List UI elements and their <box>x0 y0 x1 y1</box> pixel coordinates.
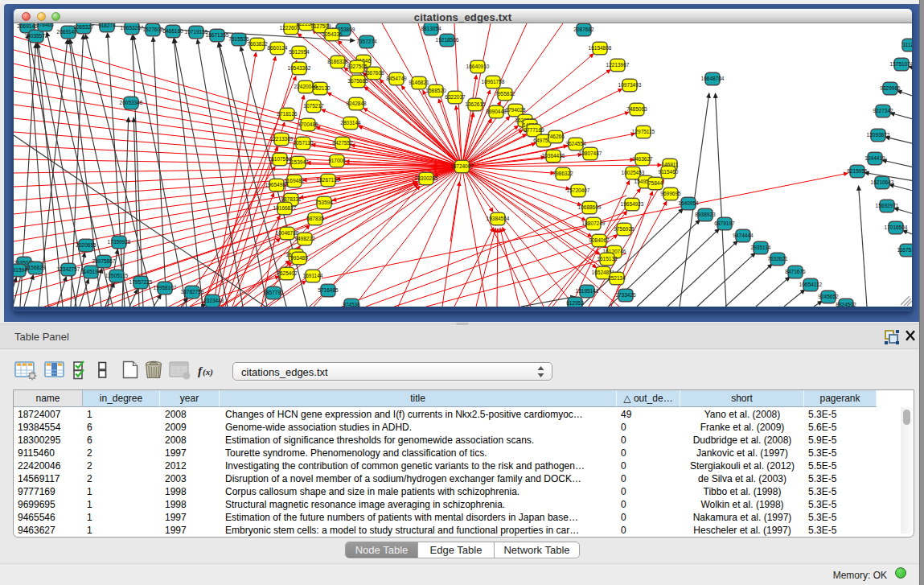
svg-text:10543362: 10543362 <box>288 65 311 71</box>
svg-text:2803144: 2803144 <box>340 120 361 126</box>
svg-text:7357274: 7357274 <box>356 39 377 44</box>
svg-text:12093872: 12093872 <box>867 132 890 138</box>
svg-text:993489: 993489 <box>290 255 308 261</box>
svg-text:16640910: 16640910 <box>466 64 490 69</box>
svg-text:10961758: 10961758 <box>482 79 505 84</box>
svg-text:19654983: 19654983 <box>265 182 289 187</box>
svg-text:917006: 917006 <box>328 158 346 163</box>
svg-text:18807249: 18807249 <box>582 220 606 226</box>
svg-text:2069146: 2069146 <box>17 23 38 29</box>
svg-text:15720407: 15720407 <box>567 187 590 193</box>
svg-text:587835: 587835 <box>306 216 324 221</box>
svg-text:918274: 918274 <box>98 23 116 28</box>
svg-text:1244419: 1244419 <box>864 155 885 161</box>
svg-text:10807487: 10807487 <box>579 150 602 156</box>
svg-text:1145194: 1145194 <box>81 269 101 274</box>
svg-text:8454749: 8454749 <box>386 76 407 81</box>
svg-text:978465: 978465 <box>36 23 54 27</box>
svg-text:8813054: 8813054 <box>421 26 441 31</box>
svg-text:6322037: 6322037 <box>445 94 466 100</box>
svg-text:1065327: 1065327 <box>73 24 94 30</box>
svg-text:12213369: 12213369 <box>270 136 294 142</box>
svg-text:9146821: 9146821 <box>409 80 429 85</box>
svg-text:2935114: 2935114 <box>751 245 771 250</box>
svg-text:16154808: 16154808 <box>589 45 612 51</box>
svg-text:1615132: 1615132 <box>597 256 618 262</box>
svg-text:7632621: 7632621 <box>767 256 788 262</box>
svg-text:5912954: 5912954 <box>289 49 310 55</box>
svg-text:3675685: 3675685 <box>347 78 368 84</box>
svg-text:12505115: 12505115 <box>105 273 129 278</box>
svg-text:8990448: 8990448 <box>486 109 507 114</box>
svg-text:8660124: 8660124 <box>267 45 288 51</box>
svg-text:12342757: 12342757 <box>57 266 80 272</box>
svg-text:8186328: 8186328 <box>327 59 348 64</box>
svg-text:20364436: 20364436 <box>542 153 565 159</box>
svg-text:9115460: 9115460 <box>659 169 679 175</box>
svg-text:(x): (x) <box>203 367 213 377</box>
svg-text:22420046: 22420046 <box>294 84 318 89</box>
svg-text:2367608: 2367608 <box>363 70 384 76</box>
svg-text:11125: 11125 <box>902 42 912 47</box>
svg-text:8215955: 8215955 <box>847 168 868 174</box>
svg-text:746266: 746266 <box>547 134 565 139</box>
svg-text:16782759: 16782759 <box>181 289 204 295</box>
svg-text:19384554: 19384554 <box>487 216 510 221</box>
svg-text:2057110: 2057110 <box>294 140 314 146</box>
svg-text:9474444: 9474444 <box>733 233 754 238</box>
svg-text:9756928: 9756928 <box>614 226 634 232</box>
svg-text:10654112: 10654112 <box>799 282 823 287</box>
svg-text:6879197: 6879197 <box>714 220 735 226</box>
svg-text:16107554: 16107554 <box>269 156 292 162</box>
svg-text:252134: 252134 <box>608 275 626 281</box>
svg-text:16671355: 16671355 <box>206 32 229 38</box>
svg-text:753594: 753594 <box>315 200 333 205</box>
svg-text:10719155: 10719155 <box>185 29 208 35</box>
svg-text:1527602: 1527602 <box>142 27 163 32</box>
svg-text:10973493: 10973493 <box>618 82 642 88</box>
svg-text:2020655: 2020655 <box>76 242 97 248</box>
svg-text:19166827: 19166827 <box>273 205 297 211</box>
svg-text:15751074: 15751074 <box>890 61 912 67</box>
svg-text:8938923: 8938923 <box>695 212 716 217</box>
svg-text:9327505: 9327505 <box>347 64 368 69</box>
svg-text:17359928: 17359928 <box>108 239 131 245</box>
svg-text:5716485: 5716485 <box>318 287 339 293</box>
svg-text:1362615: 1362615 <box>465 101 486 107</box>
svg-text:9699695: 9699695 <box>660 191 681 196</box>
svg-text:10025453: 10025453 <box>622 170 645 175</box>
svg-text:1700486: 1700486 <box>298 122 318 127</box>
svg-text:18724007: 18724007 <box>450 163 474 169</box>
svg-text:1733426: 1733426 <box>615 292 636 298</box>
svg-text:9084067: 9084067 <box>589 237 610 243</box>
svg-text:2087682: 2087682 <box>573 27 594 32</box>
svg-text:16648784: 16648784 <box>701 76 725 81</box>
svg-text:8924502: 8924502 <box>836 302 856 307</box>
svg-text:7663822: 7663822 <box>247 41 268 47</box>
svg-text:7625402: 7625402 <box>277 270 298 276</box>
svg-text:9878331: 9878331 <box>281 196 302 202</box>
svg-text:3624554: 3624554 <box>565 141 586 146</box>
svg-text:23300285: 23300285 <box>415 175 438 181</box>
svg-text:14035572: 14035572 <box>25 33 48 39</box>
svg-text:8471676: 8471676 <box>785 269 806 274</box>
svg-text:7986322: 7986322 <box>552 171 573 176</box>
svg-text:1167533: 1167533 <box>897 247 912 253</box>
svg-text:1156829: 1156829 <box>26 265 46 270</box>
svg-text:9857791: 9857791 <box>263 290 284 295</box>
svg-text:1640954: 1640954 <box>678 200 699 206</box>
svg-text:10046788: 10046788 <box>276 230 299 236</box>
svg-text:17957225: 17957225 <box>129 279 153 285</box>
svg-text:10688609: 10688609 <box>578 204 602 210</box>
svg-text:7485063: 7485063 <box>626 106 647 112</box>
svg-text:75844: 75844 <box>648 180 663 186</box>
svg-text:9329966: 9329966 <box>880 85 901 91</box>
svg-text:16210643: 16210643 <box>871 179 894 185</box>
svg-text:6466160: 6466160 <box>162 28 183 34</box>
svg-text:6794028: 6794028 <box>505 107 526 113</box>
svg-text:974536: 974536 <box>343 302 360 307</box>
svg-text:9227342: 9227342 <box>873 108 893 113</box>
svg-text:15195141: 15195141 <box>576 288 599 294</box>
svg-text:7955812: 7955812 <box>495 91 515 97</box>
svg-text:612953: 612953 <box>566 300 584 306</box>
